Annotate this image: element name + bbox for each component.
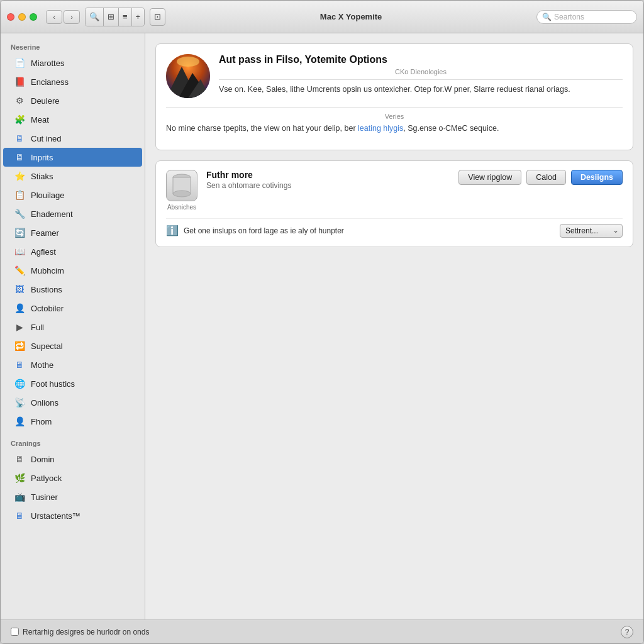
help-button[interactable]: ?: [621, 626, 633, 638]
bottom-bar: Rertarhig desigres be hurlodr on onds ?: [1, 619, 643, 643]
sidebar-item-fhom[interactable]: 👤 Fhom: [3, 412, 142, 431]
calod-button[interactable]: Calod: [526, 170, 566, 185]
checkbox-area: Rertarhig desigres be hurlodr on onds: [11, 628, 149, 636]
sidebar-item-octobiler[interactable]: 👤 Octobiler: [3, 299, 142, 318]
globe-icon: 🌐: [13, 377, 26, 390]
sidebar-item-foot-hustics[interactable]: 🌐 Foot hustics: [3, 374, 142, 393]
puzzle-icon: 🧩: [13, 113, 26, 126]
sidebar-item-label: Supectal: [31, 341, 63, 351]
lower-card: Absniches Futhr more Sen a ohtomare coti…: [155, 160, 633, 247]
sidebar-item-agfiest[interactable]: 📖 Agfiest: [3, 242, 142, 261]
plant-icon: 🌿: [13, 472, 26, 484]
card-link[interactable]: leating hlygis: [358, 124, 403, 133]
sidebar-item-label: Full: [31, 323, 44, 332]
card-subtitle: CKo Dienologies: [219, 68, 623, 75]
sidebar-item-urstactents[interactable]: 🖥 Urstactents™: [3, 506, 142, 525]
sidebar-item-label: Plouilage: [31, 191, 65, 200]
main-window: ‹ › 🔍 ⊞ ≡ + ⊡ Mac X Yopemite 🔍 Seartons …: [0, 0, 644, 644]
view-ripglow-button[interactable]: View ripglow: [458, 170, 521, 185]
document-icon: 📄: [13, 57, 26, 69]
sidebar-item-label: Bustions: [31, 285, 62, 294]
sidebar-item-tusiner[interactable]: 📺 Tusiner: [3, 487, 142, 506]
sidebar-item-label: Fhom: [31, 417, 52, 426]
monitor-icon2: 🖥: [13, 358, 26, 371]
card-divider1: [219, 79, 623, 80]
desktop-icon: 🖥: [13, 453, 26, 465]
monitor-icon: 🖥: [13, 132, 26, 145]
sidebar-item-label: Ehadement: [31, 209, 73, 219]
sidebar-item-stiaks[interactable]: ⭐ Stiaks: [3, 167, 142, 186]
sidebar-item-feamer[interactable]: 🔄 Feamer: [3, 223, 142, 242]
sidebar-item-meat[interactable]: 🧩 Meat: [3, 110, 142, 129]
toolbar-add-button[interactable]: +: [132, 8, 145, 26]
back-button[interactable]: ‹: [46, 10, 62, 24]
card-divider2: [166, 107, 623, 108]
sidebar-item-encianess[interactable]: 📕 Encianess: [3, 72, 142, 91]
sidebar-item-label: Mubhcim: [31, 266, 64, 275]
maximize-button[interactable]: [30, 13, 37, 21]
lower-card-desc: Get one inslups on ford lage as ie aly o…: [184, 226, 555, 235]
image-icon: 🖼: [13, 283, 26, 296]
sidebar-item-onlions[interactable]: 📡 Onlions: [3, 393, 142, 412]
sidebar-section-cranings: Cranings: [1, 436, 145, 450]
pencil-icon: ✏️: [13, 264, 26, 277]
sidebar-item-cut-ined[interactable]: 🖥 Cut ined: [3, 129, 142, 148]
refresh-icon: 🔄: [13, 226, 26, 239]
sidebar-item-domin[interactable]: 🖥 Domin: [3, 450, 142, 469]
sidebar-item-label: Onlions: [31, 398, 58, 408]
search-bar[interactable]: 🔍 Seartons: [536, 10, 637, 24]
user-icon: 👤: [13, 302, 26, 314]
sidebar-item-mubhcim[interactable]: ✏️ Mubhcim: [3, 261, 142, 280]
antenna-icon: 📡: [13, 396, 26, 409]
card-text-after-link: , Sg.ense o·CMeC sequice.: [403, 124, 499, 133]
search-icon: 🔍: [542, 13, 552, 21]
sidebar-item-miarottes[interactable]: 📄 Miarottes: [3, 53, 142, 72]
wrench-icon: 🔧: [13, 208, 26, 220]
sidebar-item-label: Inprits: [31, 153, 53, 162]
toolbar-search-button[interactable]: 🔍: [86, 8, 104, 26]
card-body-text: Vse on. Kee, Sales, lithe Umcrents opsin…: [219, 84, 623, 96]
svg-point-4: [177, 57, 199, 67]
sidebar-item-label: Cut ined: [31, 134, 61, 143]
toolbar-grid-button[interactable]: ⊞: [104, 8, 119, 26]
lower-card-icon-label: Absniches: [167, 204, 196, 211]
sidebar-item-label: Stiaks: [31, 172, 53, 181]
sidebar-item-supectal[interactable]: 🔁 Supectal: [3, 336, 142, 355]
card-section-label: Veries: [166, 113, 623, 120]
dropdown-wrapper: Settrent... Option 1 Option 2: [560, 224, 623, 238]
bottom-checkbox[interactable]: [11, 628, 19, 636]
close-button[interactable]: [7, 13, 14, 21]
sidebar-item-mothe[interactable]: 🖥 Mothe: [3, 355, 142, 374]
sidebar-item-plouilage[interactable]: 📋 Plouilage: [3, 186, 142, 204]
card-image: [166, 54, 210, 98]
toolbar-window-button[interactable]: ⊡: [150, 8, 165, 26]
titlebar: ‹ › 🔍 ⊞ ≡ + ⊡ Mac X Yopemite 🔍 Seartons: [1, 1, 643, 33]
lower-card-icon: [166, 170, 197, 201]
sidebar-item-label: Mothe: [31, 360, 53, 370]
lower-card-top: Absniches Futhr more Sen a ohtomare coti…: [166, 170, 623, 211]
svg-point-7: [173, 191, 191, 197]
lower-card-title: Futhr more: [206, 170, 450, 180]
sidebar-item-deulere[interactable]: ⚙ Deulere: [3, 91, 142, 110]
desiigns-button[interactable]: Desiigns: [571, 170, 623, 185]
play-icon: ▶: [13, 321, 26, 333]
search-placeholder: Seartons: [554, 13, 584, 21]
cycle-icon: 🔁: [13, 340, 26, 352]
book-icon: 📕: [13, 75, 26, 88]
forward-button[interactable]: ›: [64, 10, 80, 24]
sidebar-item-label: Feamer: [31, 228, 59, 238]
sidebar-item-label: Octobiler: [31, 304, 64, 313]
toolbar-list-button[interactable]: ≡: [119, 8, 132, 26]
settrent-dropdown[interactable]: Settrent... Option 1 Option 2: [560, 224, 623, 238]
sidebar-item-inprits[interactable]: 🖥 Inprits: [3, 148, 142, 167]
card-header: Aut pass in Filso, Yotemite Options CKo …: [166, 54, 623, 101]
sidebar-item-label: Foot hustics: [31, 379, 75, 389]
star-icon: ⭐: [13, 170, 26, 182]
minimize-button[interactable]: [18, 13, 26, 21]
lower-card-bottom: ℹ️ Get one inslups on ford lage as ie al…: [166, 218, 623, 238]
lower-card-icon-area: Absniches: [166, 170, 197, 211]
sidebar-item-bustions[interactable]: 🖼 Bustions: [3, 280, 142, 299]
sidebar-item-ehadement[interactable]: 🔧 Ehadement: [3, 204, 142, 223]
sidebar-item-full[interactable]: ▶ Full: [3, 318, 142, 336]
sidebar-item-patlyock[interactable]: 🌿 Patlyock: [3, 469, 142, 487]
